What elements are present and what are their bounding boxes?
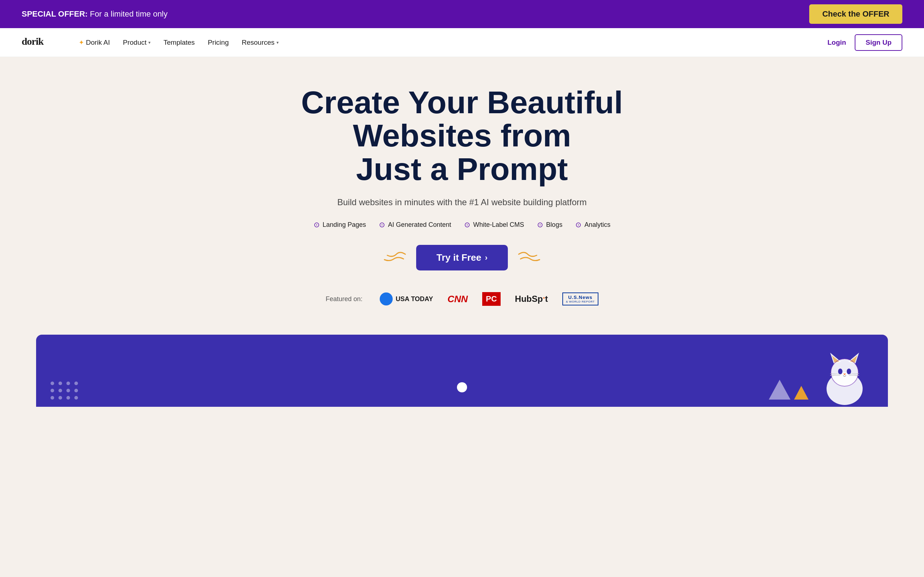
logo-hubspot: Hub Sp ● t bbox=[515, 294, 548, 304]
dot-8 bbox=[74, 389, 78, 392]
nav-item-pricing[interactable]: Pricing bbox=[208, 39, 229, 47]
dot-5 bbox=[50, 389, 54, 392]
navbar: dorik ✦ Dorik AI Product ▾ Templates bbox=[0, 28, 924, 57]
navbar-left: dorik ✦ Dorik AI Product ▾ Templates bbox=[22, 34, 279, 51]
preview-area bbox=[36, 335, 888, 407]
svg-point-8 bbox=[847, 369, 851, 374]
nav-label-product: Product bbox=[123, 39, 147, 47]
nav-link-templates[interactable]: Templates bbox=[163, 39, 195, 47]
feature-badge-blogs: ⊙ Blogs bbox=[537, 220, 562, 229]
logo-usa-today: USA TODAY bbox=[380, 292, 433, 305]
logo-svg: dorik bbox=[22, 34, 61, 48]
triangle-filled-icon bbox=[794, 386, 809, 400]
nav-label-templates: Templates bbox=[163, 39, 195, 47]
nav-item-product[interactable]: Product ▾ bbox=[123, 39, 150, 47]
hero-subtitle: Build websites in minutes with the #1 AI… bbox=[15, 197, 909, 207]
nav-label-resources: Resources bbox=[242, 39, 275, 47]
announcement-text: SPECIAL OFFER: For a limited time only bbox=[22, 10, 168, 19]
announcement-strong: SPECIAL OFFER: bbox=[22, 10, 88, 18]
dot-7 bbox=[66, 389, 70, 392]
nav-item-resources[interactable]: Resources ▾ bbox=[242, 39, 279, 47]
dot-6 bbox=[58, 389, 62, 392]
usa-circle-icon bbox=[380, 292, 393, 305]
announcement-body: For a limited time only bbox=[90, 10, 168, 18]
dots-grid bbox=[50, 382, 79, 400]
hero-title-line1: Create Your Beautiful Websites from bbox=[301, 84, 623, 153]
pc-text: PC bbox=[482, 292, 501, 306]
ai-star-icon: ✦ bbox=[79, 39, 84, 47]
squiggle-right-icon bbox=[515, 249, 544, 267]
nav-link-product[interactable]: Product ▾ bbox=[123, 39, 150, 47]
dot-12 bbox=[74, 396, 78, 400]
dot-4 bbox=[74, 382, 78, 385]
feature-label-landing-pages: Landing Pages bbox=[323, 221, 366, 229]
feature-badge-analytics: ⊙ Analytics bbox=[575, 220, 611, 229]
check-icon-ai: ⊙ bbox=[379, 220, 385, 229]
dot-11 bbox=[66, 396, 70, 400]
hubspot-spot-area: Sp ● t bbox=[531, 294, 548, 304]
chevron-down-icon: ▾ bbox=[149, 40, 150, 45]
logo-text: dorik bbox=[22, 39, 61, 50]
hero-title-line2: Just a Prompt bbox=[356, 151, 568, 187]
usnews-sub-text: & WORLD REPORT bbox=[566, 300, 595, 303]
dot-2 bbox=[58, 382, 62, 385]
cat-character-illustration bbox=[816, 349, 874, 407]
try-free-button[interactable]: Try it Free › bbox=[416, 245, 508, 271]
nav-label-pricing: Pricing bbox=[208, 39, 229, 47]
usa-today-text: USA TODAY bbox=[396, 295, 433, 303]
featured-logos: USA TODAY CNN PC Hub Sp ● t U.S. bbox=[380, 292, 598, 306]
nav-item-dorik-ai[interactable]: ✦ Dorik AI bbox=[79, 39, 110, 47]
nav-link-resources[interactable]: Resources ▾ bbox=[242, 39, 279, 47]
logo-cnn: CNN bbox=[447, 293, 468, 305]
dot-1 bbox=[50, 382, 54, 385]
dot-10 bbox=[58, 396, 62, 400]
feature-badges: ⊙ Landing Pages ⊙ AI Generated Content ⊙… bbox=[15, 220, 909, 229]
hero-title: Create Your Beautiful Websites from Just… bbox=[246, 86, 678, 186]
nav-link-pricing[interactable]: Pricing bbox=[208, 39, 229, 47]
feature-badge-white-label: ⊙ White-Label CMS bbox=[464, 220, 524, 229]
cnn-text: CNN bbox=[447, 293, 468, 305]
nav-item-templates[interactable]: Templates bbox=[163, 39, 195, 47]
arrow-icon: › bbox=[485, 253, 487, 263]
feature-label-analytics: Analytics bbox=[584, 221, 611, 229]
check-icon-blogs: ⊙ bbox=[537, 220, 543, 229]
check-icon-analytics: ⊙ bbox=[575, 220, 582, 229]
logo-pc-mag: PC bbox=[482, 292, 501, 306]
squiggle-left-icon bbox=[380, 249, 409, 267]
triangle-outline-icon bbox=[769, 380, 790, 400]
preview-center-dot bbox=[457, 382, 467, 392]
usnews-top-text: U.S.News bbox=[568, 295, 592, 300]
preview-triangles bbox=[769, 380, 809, 400]
chevron-down-icon-resources: ▾ bbox=[276, 40, 279, 45]
svg-text:dorik: dorik bbox=[22, 36, 44, 47]
signup-button[interactable]: Sign Up bbox=[855, 34, 902, 51]
feature-badge-ai-content: ⊙ AI Generated Content bbox=[379, 220, 451, 229]
hubspot-text-sp: Sp bbox=[531, 294, 543, 304]
check-icon-white: ⊙ bbox=[464, 220, 470, 229]
hero-section: Create Your Beautiful Websites from Just… bbox=[0, 57, 924, 335]
feature-badge-landing-pages: ⊙ Landing Pages bbox=[313, 220, 366, 229]
feature-label-white-label: White-Label CMS bbox=[473, 221, 524, 229]
navbar-right: Login Sign Up bbox=[828, 34, 902, 51]
feature-label-ai-content: AI Generated Content bbox=[388, 221, 451, 229]
dot-3 bbox=[66, 382, 70, 385]
login-button[interactable]: Login bbox=[828, 39, 846, 47]
try-free-label: Try it Free bbox=[436, 252, 481, 263]
feature-label-blogs: Blogs bbox=[546, 221, 562, 229]
hubspot-text-ot: t bbox=[545, 294, 548, 304]
announcement-bar: SPECIAL OFFER: For a limited time only C… bbox=[0, 0, 924, 28]
cta-area: Try it Free › bbox=[15, 245, 909, 271]
hubspot-dot-icon: ● bbox=[543, 296, 545, 300]
nav-link-dorik-ai[interactable]: ✦ Dorik AI bbox=[79, 39, 110, 47]
nav-links: ✦ Dorik AI Product ▾ Templates Pricing bbox=[79, 39, 279, 47]
check-offer-button[interactable]: Check the OFFER bbox=[809, 4, 902, 24]
cat-svg bbox=[816, 349, 874, 407]
logo-us-news: U.S.News & WORLD REPORT bbox=[562, 292, 598, 305]
featured-on: Featured on: USA TODAY CNN PC Hub Sp ● bbox=[15, 292, 909, 306]
check-icon-landing: ⊙ bbox=[313, 220, 320, 229]
dot-9 bbox=[50, 396, 54, 400]
nav-label-dorik-ai: Dorik AI bbox=[86, 39, 110, 47]
preview-wrapper bbox=[0, 335, 924, 407]
logo[interactable]: dorik bbox=[22, 34, 61, 51]
featured-label: Featured on: bbox=[326, 295, 362, 303]
